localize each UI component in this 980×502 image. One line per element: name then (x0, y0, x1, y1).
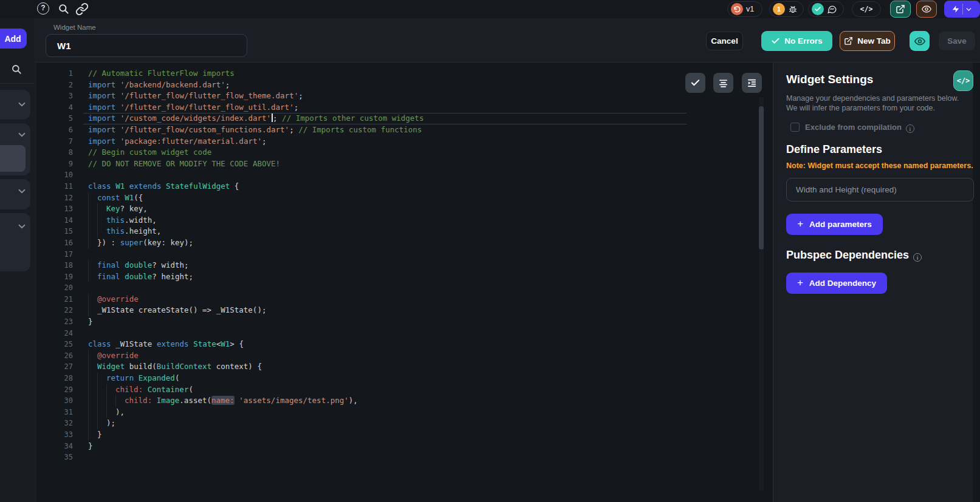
preview-eye-button[interactable] (916, 1, 937, 18)
run-button[interactable] (944, 1, 980, 18)
add-dependency-button[interactable]: + Add Dependency (786, 273, 887, 294)
code-line[interactable]: 13Key? key, (36, 203, 773, 215)
code-line[interactable]: 32); (36, 418, 773, 429)
save-button[interactable]: Save (939, 32, 975, 50)
add-button[interactable]: Add (0, 29, 27, 49)
code-token: W1 (125, 193, 134, 202)
code-line[interactable]: 20 (36, 282, 773, 294)
issues-badge[interactable]: 1 (769, 1, 804, 17)
code-line-content: import '/custom_code/widgets/index.dart'… (88, 113, 423, 124)
check-icon (690, 78, 701, 88)
add-parameters-button[interactable]: + Add parameters (786, 214, 883, 235)
code-line[interactable]: 17 (36, 249, 773, 260)
cancel-button[interactable]: Cancel (706, 32, 743, 50)
chevron-down-icon[interactable] (16, 186, 27, 197)
code-line-content: } (88, 441, 93, 452)
code-line[interactable]: 22_W1State createState() => _W1State(); (36, 305, 773, 316)
editor-check-button[interactable] (685, 73, 705, 93)
chevron-down-icon[interactable] (16, 129, 27, 140)
parameter-input[interactable] (786, 178, 974, 202)
code-line[interactable]: 24 (36, 328, 773, 339)
code-token: '/flutter_flow/flutter_flow_theme.dart' (120, 91, 299, 100)
code-line[interactable]: 1// Automatic FlutterFlow imports (36, 68, 773, 80)
open-in-new-window-button[interactable] (890, 1, 911, 18)
code-line[interactable]: 6import '/flutter_flow/custom_functions.… (36, 124, 773, 136)
sidebar-divider (0, 83, 35, 84)
line-number: 20 (36, 282, 73, 294)
code-line[interactable]: 11class W1 extends StatefulWidget { (36, 181, 773, 192)
code-line[interactable]: 8// Begin custom widget code (36, 147, 773, 158)
code-token: Container (148, 385, 189, 394)
code-line[interactable]: 5import '/custom_code/widgets/index.dart… (36, 113, 773, 124)
search-icon[interactable] (58, 3, 69, 15)
code-token: ? key, (120, 204, 148, 213)
info-icon[interactable]: i (913, 253, 922, 262)
indent-code-button[interactable] (742, 73, 762, 93)
code-line[interactable]: 9// DO NOT REMOVE OR MODIFY THE CODE ABO… (36, 158, 773, 170)
code-line[interactable]: 28return Expanded( (36, 373, 773, 384)
code-line[interactable]: 21@override (36, 294, 773, 305)
code-line[interactable]: 33} (36, 429, 773, 441)
editor-scrollbar-thumb[interactable] (759, 106, 764, 249)
version-badge[interactable]: v1 (727, 1, 762, 17)
code-token: { (230, 181, 239, 191)
code-line[interactable]: 10 (36, 169, 773, 181)
indent-guide (115, 395, 116, 407)
format-code-button[interactable] (713, 73, 733, 93)
new-tab-button[interactable]: New Tab (840, 31, 895, 51)
code-line[interactable]: 18final double? width; (36, 260, 773, 271)
code-line[interactable]: 26@override (36, 350, 773, 362)
line-number: 29 (36, 384, 73, 396)
chevron-down-icon[interactable] (16, 99, 27, 110)
code-toggle-pill[interactable]: </> (852, 1, 881, 17)
code-line[interactable]: 25class _W1State extends State<W1> { (36, 339, 773, 350)
widget-name-input[interactable] (46, 34, 247, 57)
sidebar-search-icon[interactable] (11, 64, 22, 75)
help-icon[interactable]: ? (37, 2, 49, 15)
add-dependency-label: Add Dependency (809, 279, 876, 288)
code-editor[interactable]: 1// Automatic FlutterFlow imports2import… (36, 63, 773, 502)
code-line[interactable]: 3import '/flutter_flow/flutter_flow_them… (36, 90, 773, 102)
panel-scroll-gutter[interactable] (973, 63, 980, 502)
code-line[interactable]: 19final double? height; (36, 271, 773, 283)
code-token (115, 114, 120, 123)
code-line[interactable]: 27Widget build(BuildContext context) { (36, 361, 773, 373)
chevron-down-icon[interactable] (16, 221, 27, 232)
link-icon[interactable] (75, 2, 89, 16)
code-line[interactable]: 23} (36, 316, 773, 328)
code-token: (key: key); (143, 238, 193, 247)
code-token: this (106, 215, 125, 225)
code-token: ? width; (152, 260, 188, 270)
indent-guide (88, 384, 89, 396)
code-view-toggle-button[interactable]: </> (953, 70, 973, 91)
code-line[interactable]: 16}) : super(key: key); (36, 237, 773, 249)
no-errors-button[interactable]: No Errors (761, 31, 832, 51)
line-number: 18 (36, 260, 73, 271)
code-token: '/flutter_flow/custom_functions.dart' (120, 125, 289, 134)
code-token: .height, (125, 226, 161, 236)
code-line[interactable]: 14this.width, (36, 215, 773, 226)
code-line[interactable]: 30child: Image.asset(name: 'assets/image… (36, 395, 773, 407)
code-line[interactable]: 2import '/backend/backend.dart'; (36, 80, 773, 91)
code-line[interactable]: 35 (36, 452, 773, 463)
format-align-icon (718, 78, 728, 88)
code-line[interactable]: 31), (36, 407, 773, 418)
code-line-content: const W1({ (88, 192, 143, 204)
code-token (143, 385, 148, 394)
code-line[interactable]: 29child: Container( (36, 384, 773, 396)
code-line[interactable]: 4import '/flutter_flow/flutter_flow_util… (36, 102, 773, 114)
exclude-from-compilation-checkbox[interactable] (790, 123, 800, 132)
code-line-content: _W1State createState() => _W1State(); (88, 305, 266, 316)
preview-button[interactable] (910, 31, 930, 51)
sidebar-selected-item[interactable] (0, 145, 26, 172)
info-icon[interactable]: i (906, 124, 914, 133)
code-token: super (120, 238, 143, 247)
code-line[interactable]: 15this.height, (36, 226, 773, 237)
code-line[interactable]: 7import 'package:flutter/material.dart'; (36, 136, 773, 148)
line-number: 33 (36, 429, 73, 441)
code-line[interactable]: 12const W1({ (36, 192, 773, 204)
format-indent-icon (747, 78, 757, 88)
code-line-content: final double? height; (88, 271, 193, 283)
code-line[interactable]: 34} (36, 441, 773, 452)
status-badge[interactable] (808, 1, 844, 17)
